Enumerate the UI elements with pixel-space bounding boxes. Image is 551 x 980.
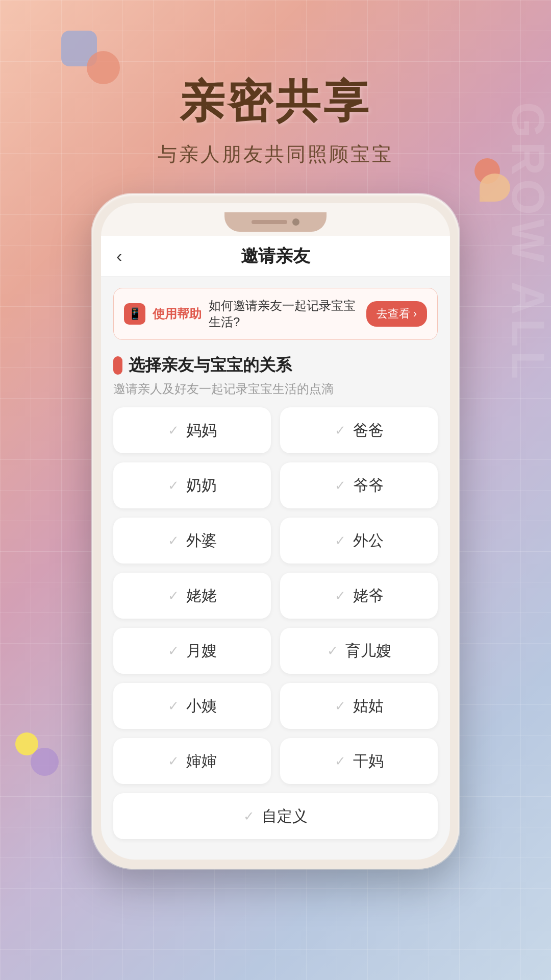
- relation-label: 育儿嫂: [345, 641, 391, 662]
- check-icon: ✓: [168, 423, 179, 438]
- check-icon: ✓: [335, 423, 346, 438]
- notch-camera: [292, 218, 299, 226]
- back-button[interactable]: ‹: [116, 246, 122, 266]
- main-title: 亲密共享: [0, 71, 551, 132]
- sub-title: 与亲人朋友共同照顾宝宝: [0, 141, 551, 167]
- relation-btn-ganma[interactable]: ✓ 干妈: [280, 738, 438, 784]
- check-icon: ✓: [168, 698, 179, 714]
- relation-label: 外公: [353, 530, 384, 551]
- phone-notch: [224, 212, 327, 232]
- check-icon: ✓: [243, 808, 255, 824]
- section-subtitle: 邀请亲人及好友一起记录宝宝生活的点滴: [113, 381, 438, 397]
- section-title: 选择亲友与宝宝的关系: [129, 354, 292, 377]
- relation-btn-mama[interactable]: ✓ 妈妈: [113, 407, 271, 453]
- relation-label: 小姨: [186, 696, 217, 717]
- deco-purple-circle: [31, 748, 59, 776]
- relations-grid: ✓ 妈妈 ✓ 爸爸 ✓ 奶奶 ✓ 爷爷: [113, 407, 438, 784]
- relation-label: 姥姥: [186, 585, 217, 606]
- title-section: 亲密共享 与亲人朋友共同照顾宝宝: [0, 71, 551, 167]
- relation-btn-laoye[interactable]: ✓ 姥爷: [280, 573, 438, 619]
- relation-btn-waigong[interactable]: ✓ 外公: [280, 518, 438, 564]
- check-icon: ✓: [168, 588, 179, 604]
- app-header: ‹ 邀请亲友: [101, 236, 450, 277]
- help-button[interactable]: 去查看 ›: [366, 301, 427, 327]
- custom-label: 自定义: [262, 806, 308, 827]
- custom-button[interactable]: ✓ 自定义: [113, 793, 438, 839]
- help-icon: 📱: [124, 303, 145, 325]
- relation-label: 干妈: [353, 751, 384, 772]
- relation-btn-nainai[interactable]: ✓ 奶奶: [113, 462, 271, 508]
- relation-btn-waipo[interactable]: ✓ 外婆: [113, 518, 271, 564]
- relation-label: 爸爸: [353, 420, 384, 441]
- check-icon: ✓: [168, 753, 179, 769]
- relation-label: 奶奶: [186, 475, 217, 496]
- check-icon: ✓: [335, 478, 346, 494]
- section-dot: [113, 356, 122, 375]
- check-icon: ✓: [168, 533, 179, 549]
- phone-inner: ‹ 邀请亲友 📱 使用帮助 如何邀请亲友一起记录宝宝生活? 去查看 › 选择亲友…: [101, 203, 450, 860]
- check-icon: ✓: [335, 753, 346, 769]
- relation-label: 妈妈: [186, 420, 217, 441]
- relation-btn-yeye[interactable]: ✓ 爷爷: [280, 462, 438, 508]
- page-title: 邀请亲友: [241, 244, 310, 268]
- relation-label: 婶婶: [186, 751, 217, 772]
- relation-btn-xiaoyi[interactable]: ✓ 小姨: [113, 683, 271, 729]
- relation-btn-yuesao[interactable]: ✓ 月嫂: [113, 628, 271, 674]
- notch-speaker: [252, 220, 287, 224]
- app-content: ‹ 邀请亲友 📱 使用帮助 如何邀请亲友一起记录宝宝生活? 去查看 › 选择亲友…: [101, 236, 450, 860]
- relation-label: 姥爷: [353, 585, 384, 606]
- relation-label: 姑姑: [353, 696, 384, 717]
- check-icon: ✓: [335, 588, 346, 604]
- section-title-area: 选择亲友与宝宝的关系: [113, 354, 438, 377]
- relation-btn-baba[interactable]: ✓ 爸爸: [280, 407, 438, 453]
- phone-mockup: ‹ 邀请亲友 📱 使用帮助 如何邀请亲友一起记录宝宝生活? 去查看 › 选择亲友…: [92, 194, 459, 869]
- phone-notch-area: [101, 203, 450, 236]
- relation-label: 爷爷: [353, 475, 384, 496]
- check-icon: ✓: [168, 478, 179, 494]
- relation-btn-yuerensao[interactable]: ✓ 育儿嫂: [280, 628, 438, 674]
- relation-btn-laolao[interactable]: ✓ 姥姥: [113, 573, 271, 619]
- phone-outer: ‹ 邀请亲友 📱 使用帮助 如何邀请亲友一起记录宝宝生活? 去查看 › 选择亲友…: [92, 194, 459, 869]
- relation-label: 月嫂: [186, 641, 217, 662]
- help-banner: 📱 使用帮助 如何邀请亲友一起记录宝宝生活? 去查看 ›: [113, 288, 438, 340]
- relation-label: 外婆: [186, 530, 217, 551]
- relation-btn-shenshen[interactable]: ✓ 婶婶: [113, 738, 271, 784]
- relation-btn-gugu[interactable]: ✓ 姑姑: [280, 683, 438, 729]
- check-icon: ✓: [335, 533, 346, 549]
- check-icon: ✓: [327, 643, 338, 659]
- help-text: 如何邀请亲友一起记录宝宝生活?: [209, 298, 359, 330]
- check-icon: ✓: [168, 643, 179, 659]
- check-icon: ✓: [335, 698, 346, 714]
- help-label: 使用帮助: [153, 306, 202, 322]
